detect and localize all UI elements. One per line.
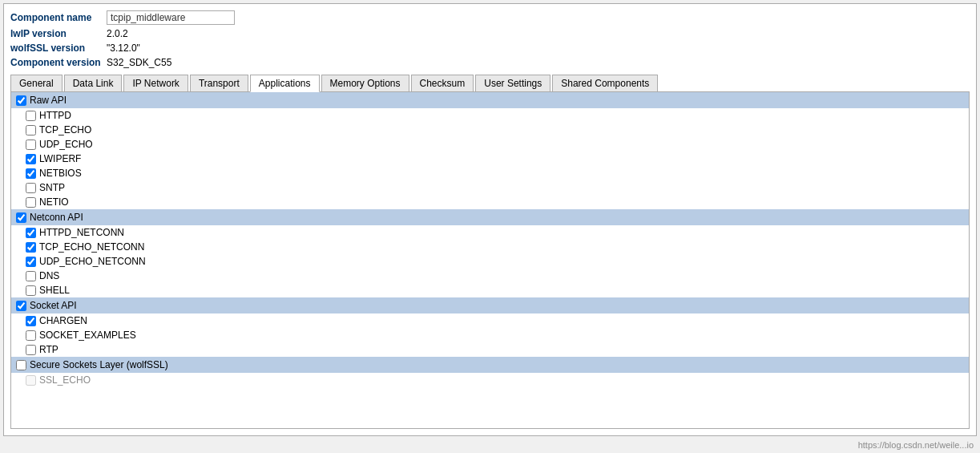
tab-data-link[interactable]: Data Link <box>64 75 123 91</box>
item-row-lwiperf: LWIPERF <box>11 152 969 166</box>
tab-shared-components[interactable]: Shared Components <box>552 75 658 91</box>
label-dns: DNS <box>39 270 59 281</box>
tab-checksum[interactable]: Checksum <box>411 75 474 91</box>
item-row-chargen: CHARGEN <box>11 313 969 328</box>
checkbox-udp-echo-netconn[interactable] <box>26 257 36 267</box>
tab-applications[interactable]: Applications <box>250 75 320 92</box>
wolfssl-version-label: wolfSSL version <box>10 42 107 54</box>
label-netbios: NETBIOS <box>39 168 82 179</box>
section-label-netconn-api: Netconn API <box>30 212 83 223</box>
checkbox-dns[interactable] <box>26 271 36 281</box>
item-row-sntp: SNTP <box>11 180 969 195</box>
item-row-udp-echo-netconn: UDP_ECHO_NETCONN <box>11 254 969 269</box>
component-version-label: Component version <box>10 57 107 68</box>
label-rtp: RTP <box>39 344 58 355</box>
tabs-wrapper: GeneralData LinkIP NetworkTransportAppli… <box>10 75 970 92</box>
item-row-netbios: NETBIOS <box>11 166 969 180</box>
checkbox-sntp[interactable] <box>26 183 36 193</box>
item-row-tcp-echo-netconn: TCP_ECHO_NETCONN <box>11 240 969 254</box>
checkbox-rtp[interactable] <box>26 345 36 355</box>
checkbox-tcp-echo-netconn[interactable] <box>26 242 36 253</box>
content-panel[interactable]: Raw APIHTTPDTCP_ECHOUDP_ECHOLWIPERFNETBI… <box>10 92 970 429</box>
checkbox-socket-api[interactable] <box>16 301 26 311</box>
item-row-rtp: RTP <box>11 342 969 357</box>
item-row-socket-examples: SOCKET_EXAMPLES <box>11 328 969 342</box>
label-udp-echo: UDP_ECHO <box>39 139 93 150</box>
section-header-raw-api: Raw API <box>11 92 969 108</box>
checkbox-httpd-netconn[interactable] <box>26 228 36 238</box>
checkbox-ssl-echo <box>26 375 36 386</box>
label-lwiperf: LWIPERF <box>39 153 81 164</box>
item-row-dns: DNS <box>11 269 969 283</box>
item-row-netio: NETIO <box>11 195 969 209</box>
checkbox-httpd[interactable] <box>26 111 36 121</box>
item-row-udp-echo: UDP_ECHO <box>11 137 969 152</box>
label-chargen: CHARGEN <box>39 315 87 326</box>
label-udp-echo-netconn: UDP_ECHO_NETCONN <box>39 256 146 267</box>
label-httpd-netconn: HTTPD_NETCONN <box>39 227 124 238</box>
label-sntp: SNTP <box>39 182 65 193</box>
main-container: Component name lwIP version 2.0.2 wolfSS… <box>3 3 977 436</box>
checkbox-netbios[interactable] <box>26 168 36 179</box>
checkbox-shell[interactable] <box>26 285 36 296</box>
item-row-httpd-netconn: HTTPD_NETCONN <box>11 225 969 240</box>
component-name-input[interactable] <box>107 10 235 25</box>
tab-user-settings[interactable]: User Settings <box>475 75 550 91</box>
section-header-secure-sockets: Secure Sockets Layer (wolfSSL) <box>11 357 969 373</box>
checkbox-tcp-echo[interactable] <box>26 125 36 135</box>
checkbox-udp-echo[interactable] <box>26 140 36 150</box>
tab-transport[interactable]: Transport <box>190 75 248 91</box>
wolfssl-version-row: wolfSSL version "3.12.0" <box>10 42 970 54</box>
lwip-version-label: lwIP version <box>10 28 107 39</box>
tab-ip-network[interactable]: IP Network <box>123 75 188 91</box>
section-header-netconn-api: Netconn API <box>11 209 969 225</box>
tab-general[interactable]: General <box>10 75 63 91</box>
label-shell: SHELL <box>39 285 70 296</box>
label-socket-examples: SOCKET_EXAMPLES <box>39 330 136 341</box>
lwip-version-value: 2.0.2 <box>107 28 128 39</box>
lwip-version-row: lwIP version 2.0.2 <box>10 28 970 39</box>
component-name-label: Component name <box>10 12 107 23</box>
wolfssl-version-value: "3.12.0" <box>107 42 140 54</box>
component-version-row: Component version S32_SDK_C55 <box>10 57 970 68</box>
checkbox-secure-sockets[interactable] <box>16 360 26 370</box>
checkbox-chargen[interactable] <box>26 316 36 326</box>
section-header-socket-api: Socket API <box>11 297 969 313</box>
item-row-httpd: HTTPD <box>11 108 969 123</box>
checkbox-lwiperf[interactable] <box>26 154 36 164</box>
label-tcp-echo: TCP_ECHO <box>39 124 91 135</box>
checkbox-socket-examples[interactable] <box>26 330 36 341</box>
component-name-row: Component name <box>10 10 970 25</box>
item-row-ssl-echo: SSL_ECHO <box>11 373 969 387</box>
checkbox-netconn-api[interactable] <box>16 212 26 223</box>
tabs-container: GeneralData LinkIP NetworkTransportAppli… <box>10 75 970 92</box>
label-tcp-echo-netconn: TCP_ECHO_NETCONN <box>39 241 144 253</box>
label-ssl-echo: SSL_ECHO <box>39 374 91 386</box>
section-label-socket-api: Socket API <box>30 300 77 311</box>
checkbox-raw-api[interactable] <box>16 95 26 106</box>
section-label-raw-api: Raw API <box>30 95 67 106</box>
checkbox-netio[interactable] <box>26 197 36 208</box>
label-netio: NETIO <box>39 196 69 208</box>
section-label-secure-sockets: Secure Sockets Layer (wolfSSL) <box>30 359 168 370</box>
tab-memory-options[interactable]: Memory Options <box>321 75 409 91</box>
label-httpd: HTTPD <box>39 110 71 121</box>
item-row-shell: SHELL <box>11 283 969 297</box>
item-row-tcp-echo: TCP_ECHO <box>11 123 969 137</box>
component-version-value: S32_SDK_C55 <box>107 57 171 68</box>
